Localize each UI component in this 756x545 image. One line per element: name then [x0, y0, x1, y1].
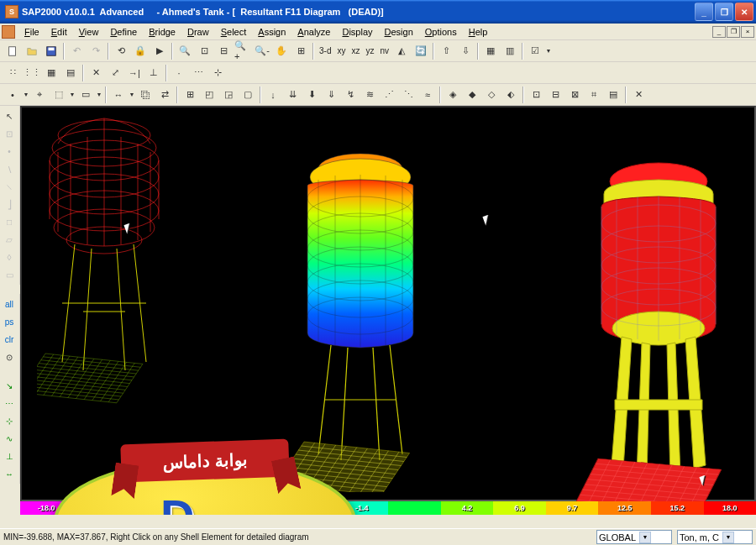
new-button[interactable] — [3, 42, 22, 60]
load-btn-4[interactable]: ⇓ — [322, 86, 340, 104]
tank-model-solid[interactable] — [575, 148, 743, 509]
view-xy-button[interactable]: xy — [334, 46, 348, 55]
d-btn-3[interactable]: ⊠ — [565, 86, 584, 104]
menu-define[interactable]: Define — [104, 25, 143, 39]
joint-button[interactable]: • — [3, 86, 22, 104]
refresh-button[interactable]: ⟲ — [112, 42, 130, 60]
dropdown-arrow-icon[interactable]: ▼ — [545, 48, 552, 54]
lock-button[interactable]: 🔒 — [131, 42, 150, 60]
snap-grid-button[interactable]: ⊹ — [208, 64, 227, 82]
menu-options[interactable]: Options — [419, 25, 463, 39]
mdi-minimize-button[interactable]: _ — [712, 26, 726, 38]
grid-mesh-button[interactable]: ▦ — [42, 64, 60, 82]
disp-btn-4[interactable]: ⬖ — [501, 86, 520, 104]
menu-file[interactable]: File — [18, 25, 45, 39]
snap-line-button[interactable]: ↔ — [1, 465, 18, 482]
save-button[interactable] — [42, 42, 60, 60]
perspective-button[interactable]: ◭ — [392, 42, 411, 60]
perpendicular-button[interactable]: ⊥ — [144, 64, 163, 82]
d-btn-1[interactable]: ⊡ — [527, 86, 545, 104]
d-btn-2[interactable]: ⊟ — [546, 86, 564, 104]
minimize-button[interactable]: _ — [695, 3, 713, 21]
d-btn-5[interactable]: ▤ — [604, 86, 622, 104]
d-btn-4[interactable]: ⌗ — [585, 86, 603, 104]
menu-display[interactable]: Display — [336, 25, 378, 39]
menu-view[interactable]: View — [73, 25, 105, 39]
menu-bridge[interactable]: Bridge — [143, 25, 181, 39]
midpoint-button[interactable]: →| — [125, 64, 144, 82]
snap-int-button[interactable]: ∿ — [1, 430, 18, 447]
redo-button[interactable]: ↷ — [87, 42, 105, 60]
zoom-window-button[interactable]: 🔍 — [176, 42, 194, 60]
x-btn[interactable]: ✕ — [629, 86, 648, 104]
frame2-button[interactable]: ⬚ — [50, 86, 68, 104]
ends-button[interactable]: ∙ — [170, 64, 188, 82]
snap-end-button[interactable]: ⊹ — [1, 412, 18, 429]
run-button[interactable]: ▶ — [150, 42, 169, 60]
load-btn-3[interactable]: ⬇ — [302, 86, 321, 104]
side-t6[interactable]: ⎦ — [1, 196, 18, 212]
menu-draw[interactable]: Draw — [181, 25, 215, 39]
snap-mid-button[interactable]: ⋯ — [1, 395, 18, 411]
load-btn-2[interactable]: ⇊ — [283, 86, 302, 104]
menu-design[interactable]: Design — [379, 25, 419, 39]
move-button[interactable]: ↔ — [109, 86, 128, 104]
menu-analyze[interactable]: Analyze — [291, 25, 336, 39]
view-yz-button[interactable]: yz — [363, 46, 376, 55]
close-button[interactable]: ✕ — [735, 3, 753, 21]
disp-btn-3[interactable]: ◇ — [482, 86, 501, 104]
set-display-button[interactable]: ☑ — [526, 42, 544, 60]
sel-clr-button[interactable]: clr — [1, 331, 18, 348]
grid-point-button[interactable]: ∷ — [3, 64, 22, 82]
side-t3[interactable]: • — [1, 143, 18, 160]
coord-system-dropdown[interactable]: GLOBAL▼ — [596, 530, 672, 544]
open-button[interactable] — [23, 42, 41, 60]
sel-all-button[interactable]: all — [1, 296, 18, 312]
down-arrow-button[interactable]: ⇩ — [456, 42, 475, 60]
units-dropdown[interactable]: Ton, m, C▼ — [677, 530, 753, 544]
side-t4[interactable]: ∖ — [1, 160, 18, 177]
side-t8[interactable]: ▱ — [1, 231, 18, 248]
menu-edit[interactable]: Edit — [45, 25, 73, 39]
tank-model-wireframe[interactable] — [37, 110, 188, 412]
load-btn-9[interactable]: ≈ — [418, 86, 437, 104]
pointer-tool[interactable]: ↖ — [1, 107, 18, 124]
side-t5[interactable]: ⟍ — [1, 178, 18, 195]
grid-fine-button[interactable]: ⋮⋮ — [23, 64, 41, 82]
extend-button[interactable]: ⤢ — [106, 64, 124, 82]
load-btn-5[interactable]: ↯ — [341, 86, 360, 104]
menu-assign[interactable]: Assign — [252, 25, 291, 39]
view-3d-button[interactable]: 3-d — [317, 46, 333, 55]
disp-btn-2[interactable]: ◆ — [463, 86, 481, 104]
zoom-out-button[interactable]: 🔍- — [253, 42, 271, 60]
side-t10[interactable]: ▭ — [1, 266, 18, 283]
load-btn-1[interactable]: ↓ — [264, 86, 282, 104]
sel-btn-4[interactable]: ▢ — [239, 86, 257, 104]
disp-btn-1[interactable]: ◈ — [444, 86, 462, 104]
rotate-button[interactable]: 🔄 — [412, 42, 430, 60]
view-nv-button[interactable]: nv — [377, 46, 391, 55]
show-all-button[interactable]: ⊞ — [291, 42, 310, 60]
undo-button[interactable]: ↶ — [67, 42, 86, 60]
load-btn-7[interactable]: ⋰ — [380, 86, 398, 104]
sel-int-button[interactable]: ⊙ — [1, 348, 18, 365]
zoom-in-button[interactable]: 🔍+ — [234, 42, 252, 60]
zoom-prev-button[interactable]: ⊟ — [214, 42, 233, 60]
mdi-close-button[interactable]: × — [741, 26, 754, 38]
mdi-restore-button[interactable]: ❐ — [727, 26, 740, 38]
menu-select[interactable]: Select — [215, 25, 253, 39]
area-button[interactable]: ▭ — [76, 86, 95, 104]
maximize-button[interactable]: ❐ — [715, 3, 733, 21]
copy-button[interactable]: ⿻ — [136, 86, 155, 104]
menu-help[interactable]: Help — [463, 25, 494, 39]
mirror-button[interactable]: ⇄ — [155, 86, 174, 104]
frame-button[interactable]: ⌖ — [30, 86, 49, 104]
snap-perp-button[interactable]: ⊥ — [1, 448, 18, 464]
up-arrow-button[interactable]: ⇧ — [437, 42, 455, 60]
snap-pt-button[interactable]: ↘ — [1, 377, 18, 394]
midpoints-button[interactable]: ⋯ — [189, 64, 207, 82]
sel-prev-button[interactable]: ps — [1, 313, 18, 330]
load-btn-8[interactable]: ⋱ — [399, 86, 417, 104]
sel-btn-3[interactable]: ◲ — [219, 86, 238, 104]
load-btn-6[interactable]: ≋ — [360, 86, 379, 104]
